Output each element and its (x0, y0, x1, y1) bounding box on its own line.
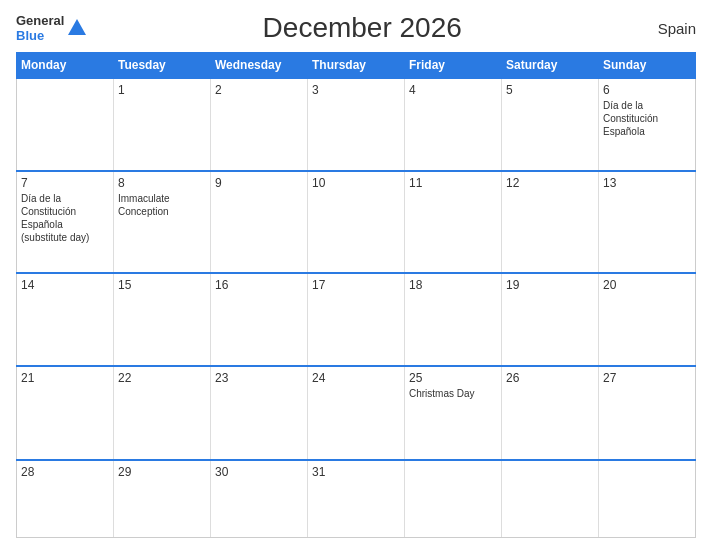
day-number: 21 (21, 371, 109, 385)
table-row: 19 (502, 273, 599, 366)
table-row: 27 (599, 366, 696, 459)
table-row: 17 (308, 273, 405, 366)
header-saturday: Saturday (502, 53, 599, 79)
event-label: Día de la Constitución Española (substit… (21, 192, 109, 244)
day-number: 12 (506, 176, 594, 190)
day-number: 3 (312, 83, 400, 97)
day-number: 20 (603, 278, 691, 292)
svg-marker-0 (68, 19, 86, 35)
header: General Blue December 2026 Spain (16, 12, 696, 44)
table-row: 5 (502, 78, 599, 171)
day-number: 29 (118, 465, 206, 479)
table-row: 1 (114, 78, 211, 171)
logo-icon (66, 17, 88, 39)
logo-blue-text: Blue (16, 28, 44, 43)
page-title: December 2026 (88, 12, 636, 44)
event-label: Christmas Day (409, 387, 497, 400)
table-row: 23 (211, 366, 308, 459)
table-row: 30 (211, 460, 308, 538)
table-row: 3 (308, 78, 405, 171)
table-row: 10 (308, 171, 405, 272)
day-number: 8 (118, 176, 206, 190)
day-number: 23 (215, 371, 303, 385)
day-number: 15 (118, 278, 206, 292)
day-number: 13 (603, 176, 691, 190)
country-label: Spain (636, 20, 696, 37)
table-row: 13 (599, 171, 696, 272)
day-number: 28 (21, 465, 109, 479)
day-number: 6 (603, 83, 691, 97)
table-row: 6Día de la Constitución Española (599, 78, 696, 171)
table-row (17, 78, 114, 171)
calendar-row: 7Día de la Constitución Española (substi… (17, 171, 696, 272)
calendar-page: General Blue December 2026 Spain Monday … (0, 0, 712, 550)
day-number: 16 (215, 278, 303, 292)
day-number: 2 (215, 83, 303, 97)
table-row: 11 (405, 171, 502, 272)
table-row: 12 (502, 171, 599, 272)
header-tuesday: Tuesday (114, 53, 211, 79)
table-row: 28 (17, 460, 114, 538)
day-number: 17 (312, 278, 400, 292)
day-number: 14 (21, 278, 109, 292)
day-number: 9 (215, 176, 303, 190)
table-row: 21 (17, 366, 114, 459)
table-row: 2 (211, 78, 308, 171)
table-row: 26 (502, 366, 599, 459)
table-row: 9 (211, 171, 308, 272)
event-label: Immaculate Conception (118, 192, 206, 218)
header-monday: Monday (17, 53, 114, 79)
table-row: 29 (114, 460, 211, 538)
table-row: 31 (308, 460, 405, 538)
day-number: 18 (409, 278, 497, 292)
calendar-row: 28293031 (17, 460, 696, 538)
table-row: 8Immaculate Conception (114, 171, 211, 272)
day-number: 22 (118, 371, 206, 385)
table-row: 24 (308, 366, 405, 459)
day-number: 27 (603, 371, 691, 385)
header-sunday: Sunday (599, 53, 696, 79)
logo: General Blue (16, 13, 88, 43)
table-row: 25Christmas Day (405, 366, 502, 459)
calendar-row: 14151617181920 (17, 273, 696, 366)
day-number: 4 (409, 83, 497, 97)
day-number: 26 (506, 371, 594, 385)
header-wednesday: Wednesday (211, 53, 308, 79)
table-row: 16 (211, 273, 308, 366)
day-number: 10 (312, 176, 400, 190)
header-thursday: Thursday (308, 53, 405, 79)
table-row (599, 460, 696, 538)
table-row: 22 (114, 366, 211, 459)
day-number: 1 (118, 83, 206, 97)
table-row: 7Día de la Constitución Española (substi… (17, 171, 114, 272)
weekday-header-row: Monday Tuesday Wednesday Thursday Friday… (17, 53, 696, 79)
event-label: Día de la Constitución Española (603, 99, 691, 138)
day-number: 24 (312, 371, 400, 385)
calendar-table: Monday Tuesday Wednesday Thursday Friday… (16, 52, 696, 538)
table-row: 20 (599, 273, 696, 366)
day-number: 7 (21, 176, 109, 190)
calendar-row: 2122232425Christmas Day2627 (17, 366, 696, 459)
calendar-row: 123456Día de la Constitución Española (17, 78, 696, 171)
table-row: 14 (17, 273, 114, 366)
table-row: 15 (114, 273, 211, 366)
day-number: 25 (409, 371, 497, 385)
logo-general-text: General (16, 13, 64, 28)
day-number: 19 (506, 278, 594, 292)
day-number: 30 (215, 465, 303, 479)
day-number: 5 (506, 83, 594, 97)
header-friday: Friday (405, 53, 502, 79)
table-row (502, 460, 599, 538)
day-number: 11 (409, 176, 497, 190)
table-row (405, 460, 502, 538)
day-number: 31 (312, 465, 400, 479)
table-row: 4 (405, 78, 502, 171)
table-row: 18 (405, 273, 502, 366)
